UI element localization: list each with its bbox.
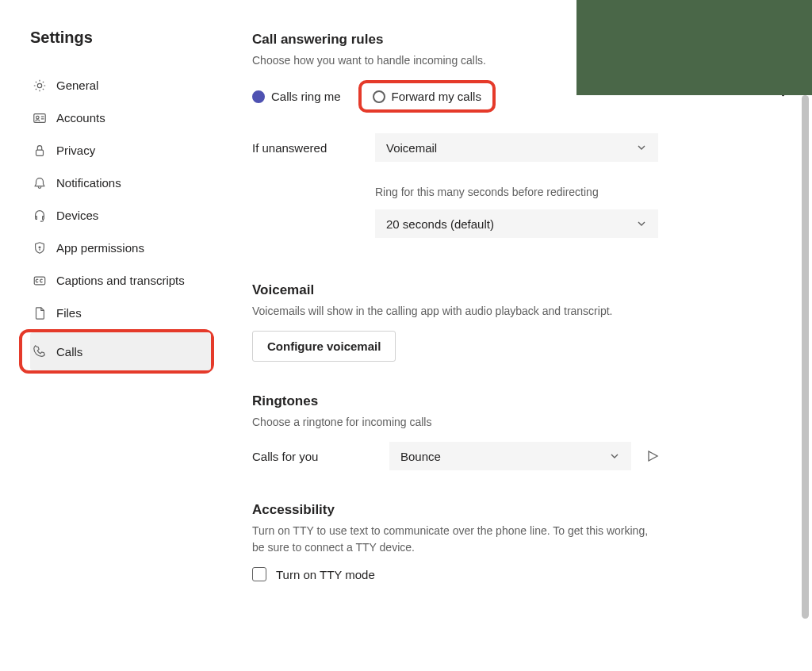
ringtone-label: Calls for you (252, 450, 375, 463)
chevron-down-icon (636, 142, 647, 153)
nav-label: General (56, 79, 98, 92)
id-card-icon (32, 110, 48, 126)
sidebar-item-calls[interactable]: Calls (30, 332, 211, 370)
svg-point-2 (36, 116, 40, 119)
overlay-block (576, 0, 812, 95)
scrollbar[interactable] (799, 95, 810, 666)
section-subtext: Voicemails will show in the calling app … (252, 303, 776, 320)
sidebar-item-app-permissions[interactable]: App permissions (30, 232, 252, 264)
configure-voicemail-button[interactable]: Configure voicemail (252, 331, 396, 362)
dropdown-value: 20 seconds (default) (386, 217, 494, 231)
sidebar-item-general[interactable]: General (30, 69, 252, 102)
nav-label: Devices (56, 209, 98, 222)
section-subtext: Choose a ringtone for incoming calls (252, 414, 776, 431)
ring-duration-label: Ring for this many seconds before redire… (375, 186, 658, 198)
shield-icon (32, 240, 48, 256)
highlight-forward: Forward my calls (358, 80, 496, 113)
highlight-calls: Calls (19, 329, 214, 374)
page-title: Settings (30, 29, 252, 47)
svg-point-4 (39, 247, 40, 248)
play-button[interactable] (645, 447, 663, 465)
section-heading: Voicemail (252, 282, 776, 298)
svg-rect-1 (34, 113, 45, 122)
section-ringtones: Ringtones Choose a ringtone for incoming… (252, 393, 776, 470)
phone-icon (32, 343, 48, 359)
settings-sidebar: Settings General Accounts Privacy (30, 29, 252, 671)
radio-label: Calls ring me (271, 90, 341, 103)
file-icon (32, 305, 48, 321)
nav-label: Privacy (56, 144, 95, 157)
nav-label: App permissions (56, 241, 144, 255)
if-unanswered-dropdown[interactable]: Voicemail (375, 133, 658, 162)
nav-label: Accounts (56, 111, 105, 125)
svg-rect-3 (36, 150, 44, 155)
chevron-down-icon (609, 451, 620, 462)
section-heading: Ringtones (252, 393, 776, 409)
bell-icon (32, 175, 48, 191)
scrollbar-thumb[interactable] (802, 95, 809, 619)
gear-icon (32, 78, 48, 94)
section-accessibility: Accessibility Turn on TTY to use text to… (252, 502, 776, 581)
cc-icon (32, 273, 48, 289)
headset-icon (32, 208, 48, 224)
nav-label: Captions and transcripts (56, 274, 185, 287)
section-heading: Accessibility (252, 502, 776, 518)
radio-forward-my-calls[interactable]: Forward my calls (373, 90, 481, 103)
chevron-down-icon (636, 218, 647, 229)
if-unanswered-label: If unanswered (252, 141, 375, 155)
dropdown-value: Bounce (400, 450, 441, 463)
section-voicemail: Voicemail Voicemails will show in the ca… (252, 282, 776, 362)
lock-icon (32, 143, 48, 159)
radio-label: Forward my calls (392, 90, 481, 103)
sidebar-item-files[interactable]: Files (30, 297, 252, 329)
tty-checkbox[interactable] (252, 567, 266, 581)
settings-content: Call answering rules Choose how you want… (252, 29, 807, 671)
nav-label: Files (56, 306, 82, 320)
sidebar-item-privacy[interactable]: Privacy (30, 134, 252, 167)
sidebar-item-accounts[interactable]: Accounts (30, 102, 252, 134)
nav-label: Notifications (56, 176, 121, 190)
radio-selected-icon (252, 90, 265, 103)
ringtone-dropdown[interactable]: Bounce (389, 442, 631, 470)
svg-point-0 (37, 83, 41, 87)
dropdown-value: Voicemail (386, 141, 437, 155)
checkbox-label: Turn on TTY mode (276, 568, 375, 581)
sidebar-item-devices[interactable]: Devices (30, 199, 252, 232)
nav-label: Calls (56, 345, 82, 359)
ring-duration-dropdown[interactable]: 20 seconds (default) (375, 209, 658, 238)
sidebar-item-notifications[interactable]: Notifications (30, 167, 252, 199)
radio-unselected-icon (373, 90, 385, 103)
radio-calls-ring-me[interactable]: Calls ring me (252, 90, 341, 103)
section-subtext: Turn on TTY to use text to communicate o… (252, 523, 657, 556)
sidebar-item-captions[interactable]: Captions and transcripts (30, 264, 252, 297)
